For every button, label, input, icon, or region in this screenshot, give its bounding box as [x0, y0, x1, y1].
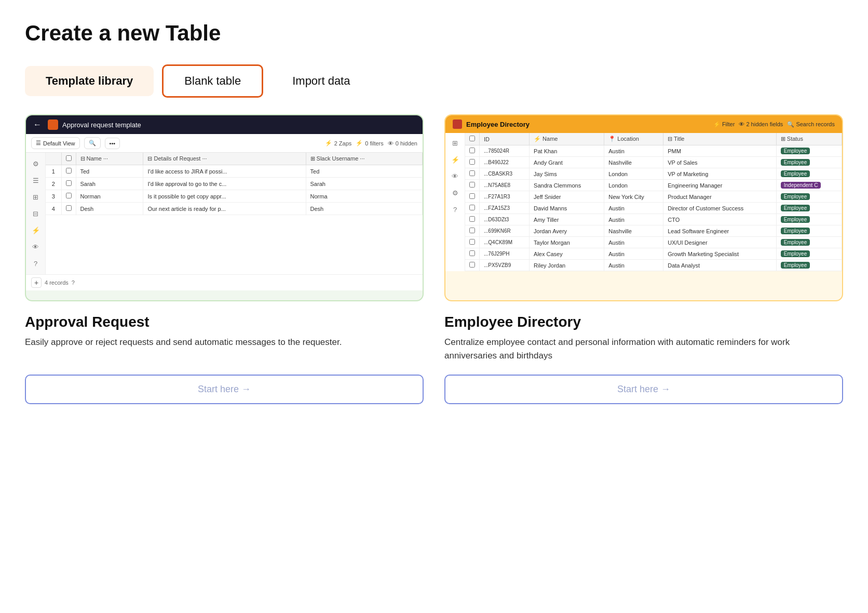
row-title: Product Manager	[663, 191, 777, 203]
row-details: Is it possible to get copy appr...	[143, 190, 306, 203]
col-details: ⊟ Details of Request ···	[143, 153, 306, 165]
row-status: Employee	[776, 191, 842, 203]
add-row-btn[interactable]: +	[31, 277, 42, 288]
row-details: I'd like approval to go to the c...	[143, 178, 306, 190]
row-checkbox	[465, 145, 480, 157]
table-row: ...CBASKR3 Jay Sims London VP of Marketi…	[465, 168, 842, 180]
row-num: 3	[46, 190, 61, 203]
row-num: 1	[46, 165, 61, 178]
approval-table-area: ⊟ Name ··· ⊟ Details of Request ··· ⊞ Sl…	[46, 153, 423, 274]
cards-row: ← Approval request template ☰ Default Vi…	[25, 114, 843, 404]
row-checkbox	[465, 260, 480, 271]
status-badge: Employee	[781, 250, 810, 257]
tab-template-library[interactable]: Template library	[25, 66, 154, 96]
table-row: ...76J29PH Alex Casey Austin Growth Mark…	[465, 248, 842, 260]
approval-toolbar: ☰ Default View 🔍 ••• ⚡ 2 Zaps ⚡ 0 filter…	[26, 134, 423, 153]
approval-footer: + 4 records ?	[26, 274, 423, 290]
row-name: Pat Khan	[530, 145, 604, 157]
row-id: ...699KN6R	[480, 225, 530, 237]
row-checkbox	[465, 203, 480, 214]
row-details: Our next article is ready for p...	[143, 203, 306, 215]
approval-card-desc: Easily approve or reject requests and se…	[25, 336, 424, 349]
row-id: ...N75A8E8	[480, 180, 530, 191]
row-status: Employee	[776, 203, 842, 214]
row-name: Taylor Morgan	[530, 237, 604, 248]
row-name: Sarah	[76, 178, 143, 190]
row-checkbox	[465, 168, 480, 180]
hidden-badge: 👁 0 hidden	[388, 140, 417, 146]
row-name: David Manns	[530, 203, 604, 214]
row-status: Employee	[776, 248, 842, 260]
view-label: Default View	[43, 140, 75, 146]
row-name: Sandra Clemmons	[530, 180, 604, 191]
status-badge: Employee	[781, 205, 810, 211]
employee-preview: Employee Directory ⚡ Filter 👁 2 hidden f…	[444, 114, 843, 301]
row-name: Jordan Avery	[530, 225, 604, 237]
employee-table-area: ID ⚡ Name 📍 Location ⊟ Title ⊞ Status ..…	[465, 133, 842, 271]
row-details: I'd like access to JIRA if possi...	[143, 165, 306, 178]
approval-sidebar: ⚙ ☰ ⊞ ⊟ ⚡ 👁 ?	[26, 153, 46, 274]
row-name: Jay Sims	[530, 168, 604, 180]
employee-card-desc: Centralize employee contact and personal…	[444, 336, 843, 362]
tab-blank-table[interactable]: Blank table	[162, 64, 263, 98]
row-status: Employee	[776, 145, 842, 157]
row-location: Austin	[604, 237, 663, 248]
approval-start-here-btn[interactable]: Start here →	[25, 375, 424, 404]
row-title: Growth Marketing Specialist	[663, 248, 777, 260]
col-num	[46, 153, 61, 165]
row-checkbox	[465, 248, 480, 260]
approval-card-title: Approval Request	[25, 314, 424, 330]
col-name: ⊟ Name ···	[76, 153, 143, 165]
search-btn[interactable]: 🔍	[84, 137, 101, 149]
status-badge: Employee	[781, 170, 810, 177]
more-icon: •••	[110, 140, 116, 146]
table-row: ...FZA15Z3 David Manns Austin Director o…	[465, 203, 842, 214]
tab-import-data[interactable]: Import data	[272, 66, 371, 96]
view-icon: ☰	[36, 140, 41, 146]
status-badge: Employee	[781, 193, 810, 200]
record-count: 4 records	[45, 279, 69, 286]
emp-col-status: ⊞ Status	[776, 133, 842, 145]
back-icon: ←	[33, 120, 42, 129]
table-row: ...PX5VZB9 Riley Jordan Austin Data Anal…	[465, 260, 842, 271]
row-checkbox	[465, 191, 480, 203]
row-checkbox	[61, 190, 76, 203]
search-tool: 🔍 Search records	[787, 121, 835, 128]
row-location: London	[604, 180, 663, 191]
more-btn[interactable]: •••	[105, 138, 120, 149]
row-name: Desh	[76, 203, 143, 215]
table-row: ...F27A1R3 Jeff Snider New York City Pro…	[465, 191, 842, 203]
table-row: 2 Sarah I'd like approval to go to the c…	[46, 178, 423, 190]
row-id: ...785024R	[480, 145, 530, 157]
table-row: ...Q4CK89M Taylor Morgan Austin UX/UI De…	[465, 237, 842, 248]
emp-grid-icon: ⊞	[451, 138, 460, 148]
employee-start-here-btn[interactable]: Start here →	[444, 375, 843, 404]
row-location: New York City	[604, 191, 663, 203]
status-badge: Employee	[781, 262, 810, 269]
row-slack: Ted	[306, 165, 422, 178]
status-badge: Employee	[781, 148, 810, 154]
emp-icon	[453, 119, 462, 129]
row-id: ...Q4CK89M	[480, 237, 530, 248]
row-title: CTO	[663, 214, 777, 225]
row-name: Jeff Snider	[530, 191, 604, 203]
table-row: ...N75A8E8 Sandra Clemmons London Engine…	[465, 180, 842, 191]
default-view-btn[interactable]: ☰ Default View	[31, 137, 80, 149]
status-badge: Employee	[781, 216, 810, 223]
zap-icon: ⚡	[325, 140, 332, 146]
row-status: Independent C	[776, 180, 842, 191]
row-name: Ted	[76, 165, 143, 178]
row-location: Austin	[604, 145, 663, 157]
help-icon: ?	[31, 259, 40, 268]
row-checkbox	[61, 165, 76, 178]
row-checkbox	[61, 178, 76, 190]
row-location: Austin	[604, 260, 663, 271]
emp-filter-icon: ⚡	[451, 155, 460, 164]
employee-preview-header: Employee Directory ⚡ Filter 👁 2 hidden f…	[445, 115, 842, 133]
approval-header-title: Approval request template	[62, 121, 141, 129]
employee-body: ⊞ ⚡ 👁 ⚙ ? ID ⚡ Name 📍 Location	[445, 133, 842, 271]
row-location: Nashville	[604, 225, 663, 237]
row-id: ...D63DZt3	[480, 214, 530, 225]
sliders-icon: ⊟	[31, 209, 40, 218]
row-name: Riley Jordan	[530, 260, 604, 271]
